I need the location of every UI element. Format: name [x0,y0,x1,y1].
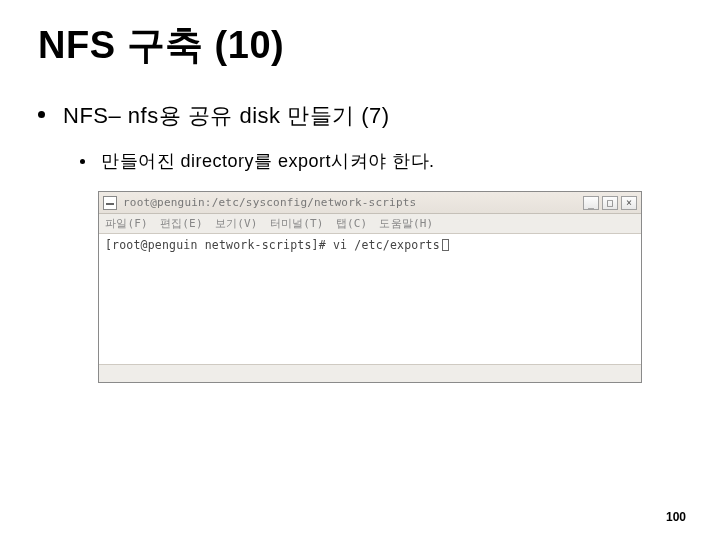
bullet-dot-icon [80,159,85,164]
close-button[interactable]: × [621,196,637,210]
window-title: root@penguin:/etc/sysconfig/network-scri… [123,196,583,209]
slide: NFS 구축 (10) NFS– nfs용 공유 disk 만들기 (7) 만들… [0,0,720,540]
terminal-app-icon [103,196,117,210]
menu-terminal[interactable]: 터미널(T) [270,216,324,231]
status-bar [99,364,641,382]
terminal-body[interactable]: [root@penguin network-scripts]# vi /etc/… [99,234,641,364]
bullet-1-text: NFS– nfs용 공유 disk 만들기 (7) [63,101,390,131]
page-number: 100 [666,510,686,524]
menu-edit[interactable]: 편집(E) [160,216,203,231]
menu-view[interactable]: 보기(V) [215,216,258,231]
menu-tabs[interactable]: 탭(C) [336,216,368,231]
window-controls: _ □ × [583,196,637,210]
cursor-icon [442,239,449,251]
terminal-prompt-line: [root@penguin network-scripts]# vi /etc/… [105,238,440,252]
menu-help[interactable]: 도움말(H) [379,216,433,231]
titlebar: root@penguin:/etc/sysconfig/network-scri… [99,192,641,214]
slide-title: NFS 구축 (10) [38,20,682,71]
bullet-level-1: NFS– nfs용 공유 disk 만들기 (7) [38,101,682,131]
maximize-button[interactable]: □ [602,196,618,210]
bullet-2-text: 만들어진 directory를 export시켜야 한다. [101,149,435,173]
terminal-screenshot: root@penguin:/etc/sysconfig/network-scri… [98,191,642,383]
minimize-button[interactable]: _ [583,196,599,210]
bullet-level-2: 만들어진 directory를 export시켜야 한다. [80,149,682,173]
terminal-window: root@penguin:/etc/sysconfig/network-scri… [98,191,642,383]
menu-bar: 파일(F) 편집(E) 보기(V) 터미널(T) 탭(C) 도움말(H) [99,214,641,234]
menu-file[interactable]: 파일(F) [105,216,148,231]
bullet-dot-icon [38,111,45,118]
